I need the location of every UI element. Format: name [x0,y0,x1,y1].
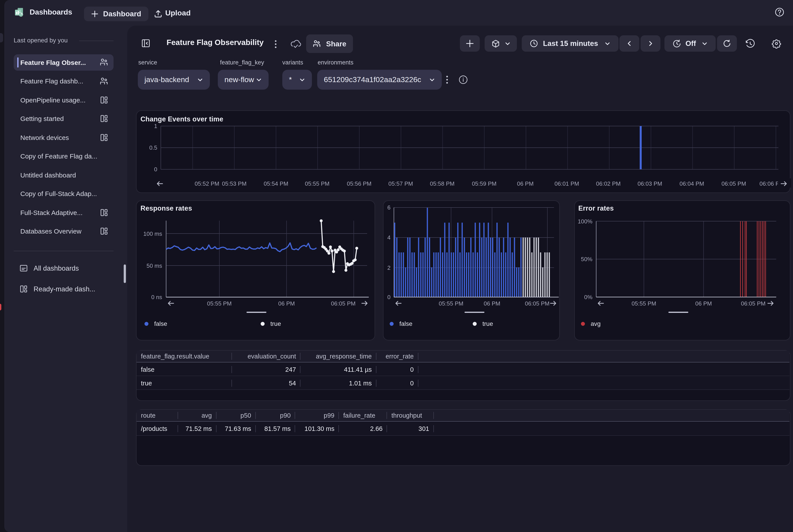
svg-text:06 PM: 06 PM [278,300,295,307]
svg-text:6: 6 [387,204,390,211]
svg-text:0%: 0% [584,294,592,300]
svg-text:50%: 50% [581,256,592,263]
svg-text:0 ns: 0 ns [151,294,162,300]
svg-text:50 ms: 50 ms [146,263,162,269]
svg-text:0: 0 [387,294,390,300]
svg-text:100%: 100% [578,218,593,225]
svg-text:06:05 PM: 06:05 PM [741,300,766,307]
svg-text:06:05 PM: 06:05 PM [331,300,355,307]
svg-text:2: 2 [387,264,390,271]
svg-text:06 PM: 06 PM [484,300,500,307]
svg-text:100 ms: 100 ms [143,230,162,237]
svg-text:05:55 PM: 05:55 PM [439,300,463,307]
svg-text:05:55 PM: 05:55 PM [631,300,656,307]
svg-text:4: 4 [387,234,390,241]
svg-text:05:55 PM: 05:55 PM [207,300,232,307]
svg-text:06:05 PM: 06:05 PM [525,300,549,307]
svg-text:06 PM: 06 PM [695,300,712,307]
